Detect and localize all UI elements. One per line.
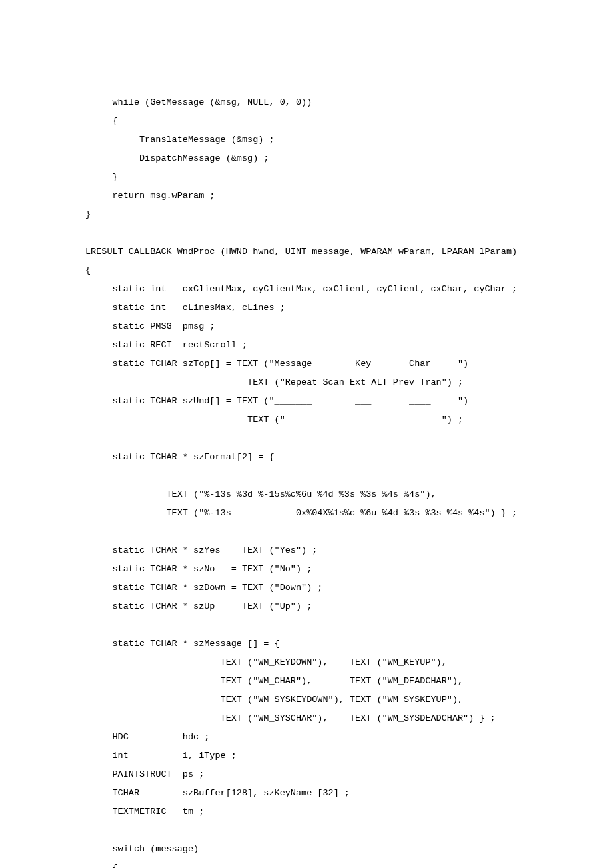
code-block: while (GetMessage (&msg, NULL, 0, 0)) { … [0, 93, 613, 868]
